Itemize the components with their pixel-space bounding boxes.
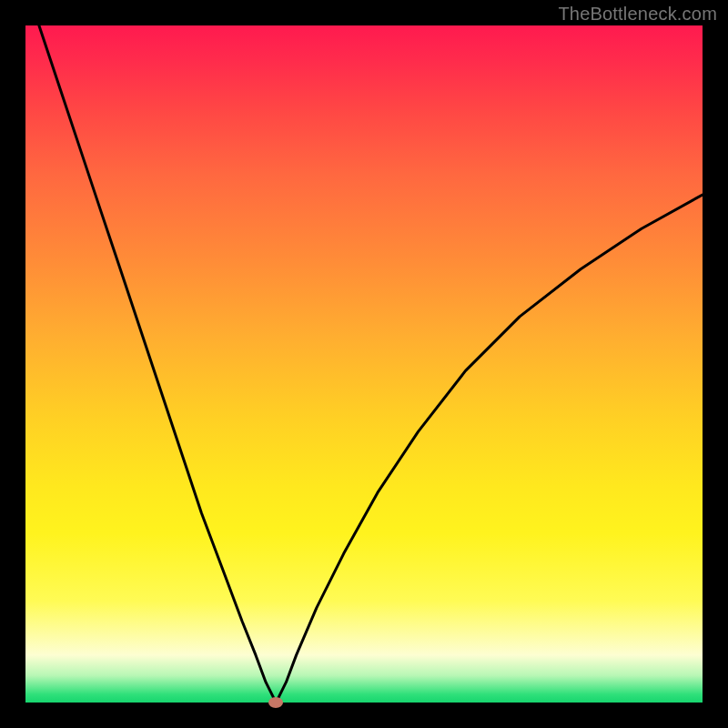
plot-area [25,25,703,703]
minimum-marker [268,697,283,708]
chart-frame: TheBottleneck.com [0,0,728,728]
watermark-text: TheBottleneck.com [558,4,717,25]
bottleneck-curve [25,25,703,703]
